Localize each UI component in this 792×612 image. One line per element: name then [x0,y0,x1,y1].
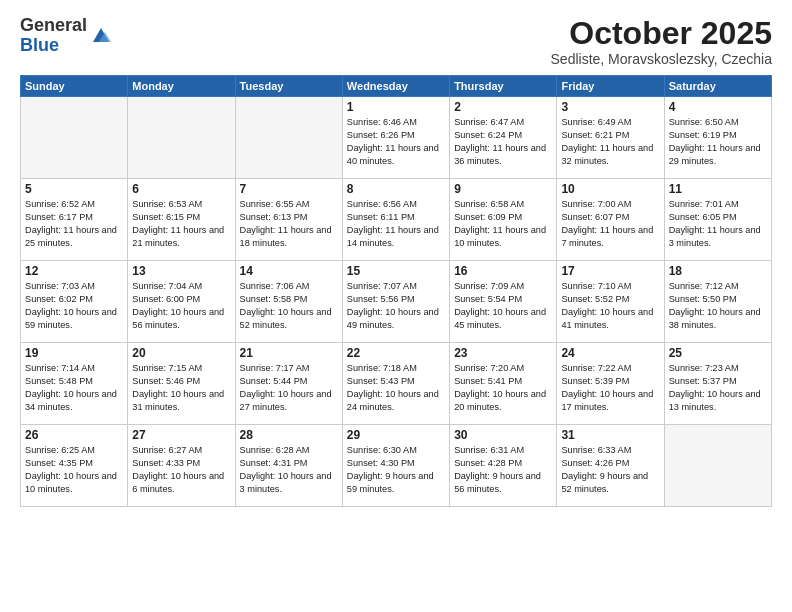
table-row: 13Sunrise: 7:04 AM Sunset: 6:00 PM Dayli… [128,261,235,343]
table-row: 1Sunrise: 6:46 AM Sunset: 6:26 PM Daylig… [342,97,449,179]
day-number: 11 [669,182,767,196]
cell-info: Sunrise: 7:07 AM Sunset: 5:56 PM Dayligh… [347,280,445,332]
table-row: 31Sunrise: 6:33 AM Sunset: 4:26 PM Dayli… [557,425,664,507]
day-number: 26 [25,428,123,442]
table-row: 19Sunrise: 7:14 AM Sunset: 5:48 PM Dayli… [21,343,128,425]
table-row: 25Sunrise: 7:23 AM Sunset: 5:37 PM Dayli… [664,343,771,425]
day-number: 5 [25,182,123,196]
cell-info: Sunrise: 7:18 AM Sunset: 5:43 PM Dayligh… [347,362,445,414]
cell-info: Sunrise: 6:31 AM Sunset: 4:28 PM Dayligh… [454,444,552,496]
table-row: 10Sunrise: 7:00 AM Sunset: 6:07 PM Dayli… [557,179,664,261]
cell-info: Sunrise: 7:04 AM Sunset: 6:00 PM Dayligh… [132,280,230,332]
location: Sedliste, Moravskoslezsky, Czechia [551,51,772,67]
day-number: 14 [240,264,338,278]
table-row [21,97,128,179]
logo-blue: Blue [20,36,87,56]
day-number: 27 [132,428,230,442]
day-number: 12 [25,264,123,278]
table-row: 12Sunrise: 7:03 AM Sunset: 6:02 PM Dayli… [21,261,128,343]
weekday-header-row: Sunday Monday Tuesday Wednesday Thursday… [21,76,772,97]
table-row: 22Sunrise: 7:18 AM Sunset: 5:43 PM Dayli… [342,343,449,425]
table-row: 9Sunrise: 6:58 AM Sunset: 6:09 PM Daylig… [450,179,557,261]
logo-text: General Blue [20,16,87,56]
day-number: 25 [669,346,767,360]
table-row: 6Sunrise: 6:53 AM Sunset: 6:15 PM Daylig… [128,179,235,261]
cell-info: Sunrise: 6:58 AM Sunset: 6:09 PM Dayligh… [454,198,552,250]
table-row: 20Sunrise: 7:15 AM Sunset: 5:46 PM Dayli… [128,343,235,425]
cell-info: Sunrise: 6:47 AM Sunset: 6:24 PM Dayligh… [454,116,552,168]
cell-info: Sunrise: 6:53 AM Sunset: 6:15 PM Dayligh… [132,198,230,250]
cell-info: Sunrise: 6:27 AM Sunset: 4:33 PM Dayligh… [132,444,230,496]
cell-info: Sunrise: 7:23 AM Sunset: 5:37 PM Dayligh… [669,362,767,414]
table-row: 23Sunrise: 7:20 AM Sunset: 5:41 PM Dayli… [450,343,557,425]
day-number: 31 [561,428,659,442]
day-number: 4 [669,100,767,114]
day-number: 21 [240,346,338,360]
day-number: 20 [132,346,230,360]
table-row: 14Sunrise: 7:06 AM Sunset: 5:58 PM Dayli… [235,261,342,343]
day-number: 22 [347,346,445,360]
page-container: General Blue October 2025 Sedliste, Mora… [0,0,792,612]
day-number: 1 [347,100,445,114]
title-block: October 2025 Sedliste, Moravskoslezsky, … [551,16,772,67]
calendar-week-row-4: 19Sunrise: 7:14 AM Sunset: 5:48 PM Dayli… [21,343,772,425]
day-number: 24 [561,346,659,360]
cell-info: Sunrise: 6:55 AM Sunset: 6:13 PM Dayligh… [240,198,338,250]
logo-icon [89,24,113,48]
day-number: 23 [454,346,552,360]
table-row: 4Sunrise: 6:50 AM Sunset: 6:19 PM Daylig… [664,97,771,179]
day-number: 6 [132,182,230,196]
table-row: 30Sunrise: 6:31 AM Sunset: 4:28 PM Dayli… [450,425,557,507]
cell-info: Sunrise: 7:10 AM Sunset: 5:52 PM Dayligh… [561,280,659,332]
day-number: 10 [561,182,659,196]
cell-info: Sunrise: 6:25 AM Sunset: 4:35 PM Dayligh… [25,444,123,496]
cell-info: Sunrise: 6:30 AM Sunset: 4:30 PM Dayligh… [347,444,445,496]
cell-info: Sunrise: 7:06 AM Sunset: 5:58 PM Dayligh… [240,280,338,332]
day-number: 2 [454,100,552,114]
cell-info: Sunrise: 7:12 AM Sunset: 5:50 PM Dayligh… [669,280,767,332]
table-row: 27Sunrise: 6:27 AM Sunset: 4:33 PM Dayli… [128,425,235,507]
cell-info: Sunrise: 7:14 AM Sunset: 5:48 PM Dayligh… [25,362,123,414]
calendar-week-row-5: 26Sunrise: 6:25 AM Sunset: 4:35 PM Dayli… [21,425,772,507]
month-title: October 2025 [551,16,772,51]
table-row [128,97,235,179]
table-row: 18Sunrise: 7:12 AM Sunset: 5:50 PM Dayli… [664,261,771,343]
day-number: 16 [454,264,552,278]
cell-info: Sunrise: 7:20 AM Sunset: 5:41 PM Dayligh… [454,362,552,414]
table-row: 15Sunrise: 7:07 AM Sunset: 5:56 PM Dayli… [342,261,449,343]
th-tuesday: Tuesday [235,76,342,97]
day-number: 13 [132,264,230,278]
cell-info: Sunrise: 6:33 AM Sunset: 4:26 PM Dayligh… [561,444,659,496]
table-row: 2Sunrise: 6:47 AM Sunset: 6:24 PM Daylig… [450,97,557,179]
header: General Blue October 2025 Sedliste, Mora… [20,16,772,67]
cell-info: Sunrise: 6:46 AM Sunset: 6:26 PM Dayligh… [347,116,445,168]
table-row: 11Sunrise: 7:01 AM Sunset: 6:05 PM Dayli… [664,179,771,261]
day-number: 9 [454,182,552,196]
table-row: 17Sunrise: 7:10 AM Sunset: 5:52 PM Dayli… [557,261,664,343]
calendar-week-row-3: 12Sunrise: 7:03 AM Sunset: 6:02 PM Dayli… [21,261,772,343]
table-row: 7Sunrise: 6:55 AM Sunset: 6:13 PM Daylig… [235,179,342,261]
th-thursday: Thursday [450,76,557,97]
cell-info: Sunrise: 7:01 AM Sunset: 6:05 PM Dayligh… [669,198,767,250]
calendar-week-row-2: 5Sunrise: 6:52 AM Sunset: 6:17 PM Daylig… [21,179,772,261]
cell-info: Sunrise: 6:56 AM Sunset: 6:11 PM Dayligh… [347,198,445,250]
table-row: 8Sunrise: 6:56 AM Sunset: 6:11 PM Daylig… [342,179,449,261]
cell-info: Sunrise: 7:00 AM Sunset: 6:07 PM Dayligh… [561,198,659,250]
logo-general: General [20,16,87,36]
th-monday: Monday [128,76,235,97]
th-wednesday: Wednesday [342,76,449,97]
th-friday: Friday [557,76,664,97]
table-row: 21Sunrise: 7:17 AM Sunset: 5:44 PM Dayli… [235,343,342,425]
table-row: 26Sunrise: 6:25 AM Sunset: 4:35 PM Dayli… [21,425,128,507]
day-number: 8 [347,182,445,196]
day-number: 17 [561,264,659,278]
th-sunday: Sunday [21,76,128,97]
cell-info: Sunrise: 6:28 AM Sunset: 4:31 PM Dayligh… [240,444,338,496]
table-row: 29Sunrise: 6:30 AM Sunset: 4:30 PM Dayli… [342,425,449,507]
cell-info: Sunrise: 7:09 AM Sunset: 5:54 PM Dayligh… [454,280,552,332]
table-row: 3Sunrise: 6:49 AM Sunset: 6:21 PM Daylig… [557,97,664,179]
cell-info: Sunrise: 7:15 AM Sunset: 5:46 PM Dayligh… [132,362,230,414]
table-row: 5Sunrise: 6:52 AM Sunset: 6:17 PM Daylig… [21,179,128,261]
table-row: 16Sunrise: 7:09 AM Sunset: 5:54 PM Dayli… [450,261,557,343]
day-number: 15 [347,264,445,278]
